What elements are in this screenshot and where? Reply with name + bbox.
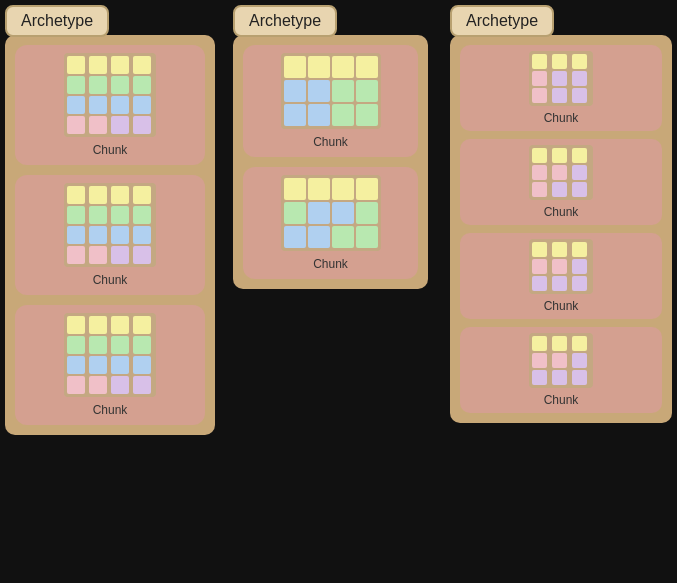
cell <box>111 206 129 224</box>
chunk-label-3-3: Chunk <box>544 299 579 313</box>
chunk-label-1-3: Chunk <box>93 403 128 417</box>
chunk-grid-2-1 <box>281 53 381 129</box>
cell <box>89 226 107 244</box>
cell <box>111 96 129 114</box>
cell <box>133 316 151 334</box>
cell <box>67 336 85 354</box>
cell <box>332 178 354 200</box>
cell <box>133 336 151 354</box>
archetype-body-2: Chunk Chunk <box>233 35 428 289</box>
cell <box>332 80 354 102</box>
archetype-col-1: Archetype <box>5 5 215 435</box>
chunk-grid-3-3 <box>529 239 593 294</box>
cell <box>356 80 378 102</box>
cell <box>332 104 354 126</box>
cell <box>89 376 107 394</box>
archetype-title-1: Archetype <box>5 5 109 37</box>
cell <box>532 259 547 274</box>
cell <box>133 356 151 374</box>
cell <box>111 356 129 374</box>
page: Archetype <box>0 0 677 583</box>
cell <box>572 259 587 274</box>
cell <box>552 242 567 257</box>
cell <box>552 182 567 197</box>
cell <box>67 186 85 204</box>
cell <box>572 182 587 197</box>
archetype-col-2: Archetype Chunk <box>233 5 428 289</box>
cell <box>89 116 107 134</box>
cell <box>89 186 107 204</box>
cell <box>572 148 587 163</box>
cell <box>133 56 151 74</box>
chunk-card-1-1: Chunk <box>15 45 205 165</box>
cell <box>111 316 129 334</box>
cell <box>284 202 306 224</box>
cell <box>67 246 85 264</box>
chunk-grid-3-2 <box>529 145 593 200</box>
archetype-body-3: Chunk Chunk <box>450 35 672 423</box>
archetype-col-3: Archetype Chunk <box>450 5 672 423</box>
chunk-grid-3-1 <box>529 51 593 106</box>
cell <box>356 178 378 200</box>
cell <box>111 336 129 354</box>
cell <box>67 116 85 134</box>
cell <box>89 356 107 374</box>
cell <box>532 336 547 351</box>
chunk-label-1-1: Chunk <box>93 143 128 157</box>
cell <box>133 76 151 94</box>
chunk-card-3-1: Chunk <box>460 45 662 131</box>
chunk-label-1-2: Chunk <box>93 273 128 287</box>
cell <box>308 56 330 78</box>
chunk-grid-2-2 <box>281 175 381 251</box>
archetype-title-2: Archetype <box>233 5 337 37</box>
cell <box>532 370 547 385</box>
cell <box>89 56 107 74</box>
cell <box>532 71 547 86</box>
cell <box>133 226 151 244</box>
chunk-grid-1-2 <box>64 183 156 267</box>
chunk-grid-1-1 <box>64 53 156 137</box>
cell <box>89 96 107 114</box>
cell <box>308 178 330 200</box>
chunk-grid-1-3 <box>64 313 156 397</box>
cell <box>332 202 354 224</box>
cell <box>67 356 85 374</box>
cell <box>89 336 107 354</box>
cell <box>552 165 567 180</box>
cell <box>552 88 567 103</box>
cell <box>284 80 306 102</box>
cell <box>552 370 567 385</box>
cell <box>133 186 151 204</box>
cell <box>67 376 85 394</box>
archetype-body-1: Chunk <box>5 35 215 435</box>
chunk-label-3-1: Chunk <box>544 111 579 125</box>
cell <box>89 206 107 224</box>
cell <box>284 104 306 126</box>
cell <box>133 206 151 224</box>
cell <box>552 71 567 86</box>
chunk-card-3-4: Chunk <box>460 327 662 413</box>
cell <box>552 353 567 368</box>
cell <box>89 316 107 334</box>
cell <box>308 80 330 102</box>
cell <box>133 246 151 264</box>
cell <box>572 353 587 368</box>
cell <box>532 242 547 257</box>
cell <box>572 88 587 103</box>
cell <box>308 202 330 224</box>
cell <box>111 56 129 74</box>
chunk-label-3-2: Chunk <box>544 205 579 219</box>
cell <box>284 178 306 200</box>
cell <box>67 56 85 74</box>
cell <box>532 54 547 69</box>
cell <box>67 206 85 224</box>
cell <box>332 226 354 248</box>
cell <box>572 71 587 86</box>
cell <box>111 76 129 94</box>
cell <box>356 104 378 126</box>
cell <box>111 246 129 264</box>
cell <box>356 202 378 224</box>
cell <box>572 336 587 351</box>
cell <box>356 226 378 248</box>
cell <box>111 116 129 134</box>
